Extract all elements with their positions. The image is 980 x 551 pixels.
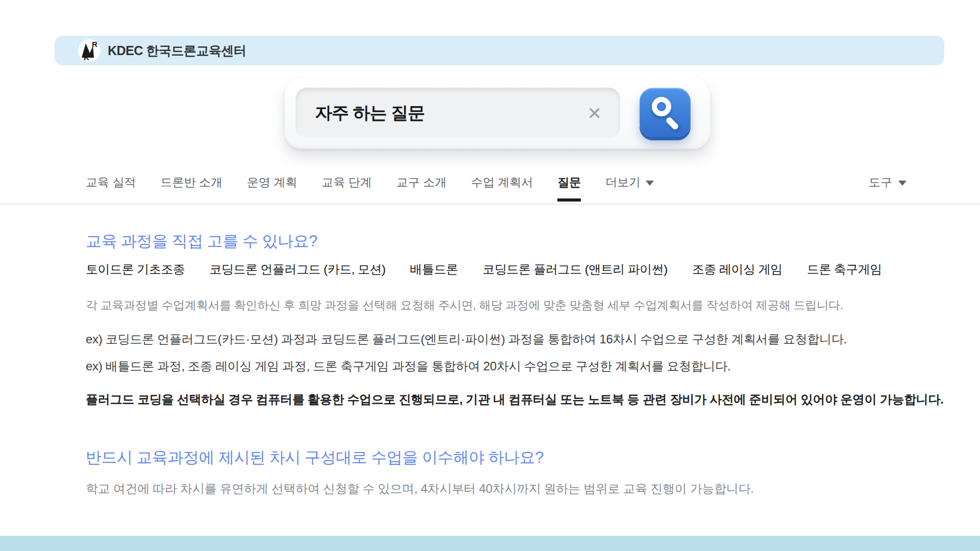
tab-questions[interactable]: 질문 (557, 174, 581, 190)
magnifier-handle-icon (665, 116, 679, 131)
course-list: 토이드론 기초조종 코딩드론 언플러그드 (카드, 모션) 배틀드론 코딩드론 … (86, 261, 882, 278)
course-item-coding-unplugged[interactable]: 코딩드론 언플러그드 (카드, 모션) (209, 261, 385, 278)
faq1-description: 각 교육과정별 수업계획서를 확인하신 후 희망 과정을 선택해 요청해 주시면… (86, 297, 843, 313)
tab-more[interactable]: 더보기 (605, 174, 654, 190)
tab-lesson-plan[interactable]: 수업 계획서 (471, 174, 533, 190)
svg-text:K: K (84, 53, 89, 62)
faq2-question-link[interactable]: 반드시 교육과정에 제시된 차시 구성대로 수업을 이수해야 하나요? (86, 447, 544, 468)
brand-title: KDEC 한국드론교육센터 (108, 42, 246, 59)
course-item-battle-drone[interactable]: 배틀드론 (410, 261, 458, 278)
chevron-down-icon (898, 181, 906, 186)
tab-teaching-tools[interactable]: 교구 소개 (397, 174, 447, 190)
tab-education-results[interactable]: 교육 실적 (86, 174, 136, 190)
header-banner: R K KDEC 한국드론교육센터 (55, 36, 944, 65)
faq1-example-2: ex) 배틀드론 과정, 조종 레이싱 게임 과정, 드론 축구게임 과정을 통… (86, 358, 730, 374)
course-item-drone-soccer[interactable]: 드론 축구게임 (807, 261, 882, 278)
faq2-description: 학교 여건에 따라 차시를 유연하게 선택하여 신청할 수 있으며, 4차시부터… (86, 481, 754, 497)
faq1-example-1: ex) 코딩드론 언플러그드(카드·모션) 과정과 코딩드론 플러그드(엔트리·… (86, 331, 847, 347)
clear-search-icon[interactable]: ✕ (584, 105, 605, 122)
tab-education-stages[interactable]: 교육 단계 (322, 174, 372, 190)
search-input[interactable]: 자주 하는 질문 ✕ (296, 88, 620, 139)
magnifier-icon (652, 97, 671, 116)
tab-operation-plan[interactable]: 운영 계획 (247, 174, 297, 190)
faq1-question-link[interactable]: 교육 과정을 직접 고를 수 있나요? (86, 231, 317, 252)
tools-menu[interactable]: 도구 (869, 169, 906, 195)
search-query-text[interactable]: 자주 하는 질문 (315, 102, 584, 125)
svg-text:R: R (92, 40, 97, 48)
faq1-note: 플러그드 코딩을 선택하실 경우 컴퓨터를 활용한 수업으로 진행되므로, 기관… (86, 391, 944, 408)
course-item-racing-game[interactable]: 조종 레이싱 게임 (692, 261, 782, 278)
search-bar: 자주 하는 질문 ✕ (284, 78, 710, 149)
chevron-down-icon (646, 181, 654, 186)
course-item-coding-plugged[interactable]: 코딩드론 플러그드 (앤트리 파이썬) (482, 261, 668, 278)
course-item-toy-drone[interactable]: 토이드론 기초조종 (86, 261, 185, 278)
nav-divider (0, 204, 980, 205)
nav-tabs: 교육 실적 드론반 소개 운영 계획 교육 단계 교구 소개 수업 계획서 질문… (86, 169, 654, 195)
page: R K KDEC 한국드론교육센터 자주 하는 질문 ✕ 교육 실적 드론반 소… (0, 0, 980, 551)
tab-drone-class-intro[interactable]: 드론반 소개 (160, 174, 222, 190)
footer-bar (0, 536, 980, 551)
search-button[interactable] (640, 88, 691, 137)
kdec-logo-icon: R K (78, 39, 101, 62)
